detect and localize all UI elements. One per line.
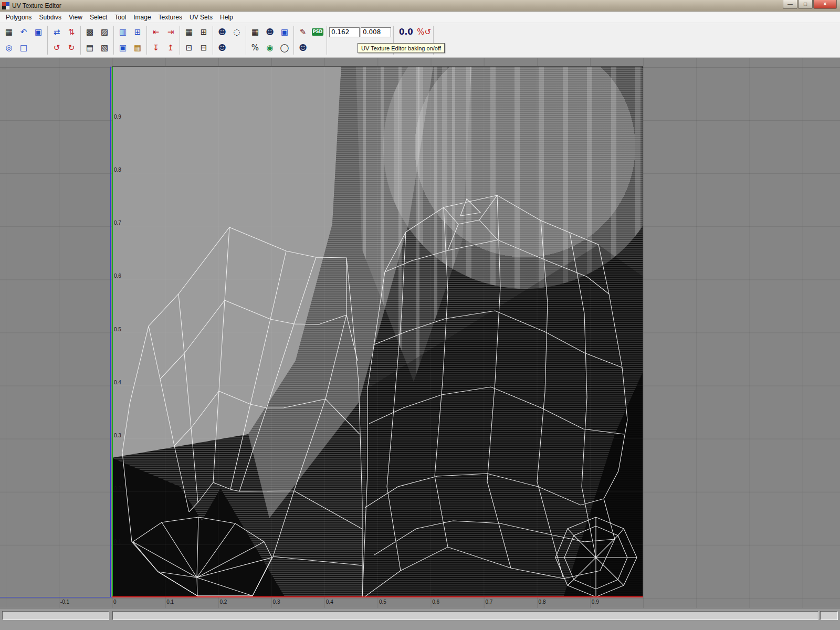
toolbar-group-5: ⇤⇥↧↥ — [148, 24, 178, 56]
menu-view[interactable]: View — [65, 12, 86, 23]
x-tick-label: 0.7 — [485, 599, 492, 605]
uv-canvas[interactable] — [112, 67, 643, 597]
y-tick-label: 0.7 — [114, 220, 121, 226]
y-tick-label: 0.4 — [114, 380, 121, 385]
toolbar-group-2: ⇄⇅↺↻ — [49, 24, 79, 56]
background-time-slider[interactable] — [112, 611, 818, 620]
toolbar-separator — [180, 26, 180, 55]
v-axis-line — [112, 67, 113, 597]
unit-line-vertical — [110, 67, 111, 597]
move-uv-shell-icon[interactable]: □ — [17, 41, 30, 55]
y-tick-label: 0.6 — [114, 273, 121, 279]
toolbar-group-6: ▦⊞⊡⊟ — [181, 24, 212, 56]
align-min-v-icon[interactable]: ↧ — [149, 41, 163, 55]
grid-add-icon[interactable]: ⊞ — [197, 25, 211, 39]
alpha-channel-icon[interactable]: ◯ — [278, 41, 291, 55]
grid-dot-icon[interactable]: ⊡ — [182, 41, 196, 55]
menu-tool[interactable]: Tool — [111, 12, 130, 23]
display-image-icon[interactable]: ☻ — [215, 25, 229, 39]
x-tick-label: 0.9 — [592, 599, 599, 605]
align-max-v-icon[interactable]: ↥ — [164, 41, 177, 55]
shade-uvs-icon[interactable]: ▣ — [278, 25, 291, 39]
rotate-cw-icon[interactable]: ↻ — [65, 41, 78, 55]
toolbar-separator — [246, 26, 246, 55]
y-tick-label: 0.1 — [114, 539, 121, 544]
x-tick-label: 0.2 — [219, 599, 227, 605]
menu-bar: PolygonsSubdivsViewSelectToolImageTextur… — [0, 12, 840, 23]
toolbar-separator — [146, 26, 147, 55]
y-tick-label: 0.3 — [114, 433, 121, 438]
title-bar[interactable]: UV Texture Editor —□× — [0, 0, 840, 12]
uv-grid-area[interactable]: -0.100.10.20.30.40.50.60.70.80.9 0.90.80… — [0, 58, 840, 608]
cycle-uvs-icon[interactable]: ▣ — [116, 41, 130, 55]
close-button[interactable]: × — [813, 0, 837, 9]
refresh-image-icon[interactable]: ☻ — [296, 41, 310, 55]
uv-wireframe — [112, 67, 643, 597]
layout-uvs-icon[interactable]: ▣ — [32, 25, 45, 39]
background-bottom-strip — [0, 608, 840, 630]
menu-image[interactable]: Image — [130, 12, 154, 23]
menu-help[interactable]: Help — [216, 12, 237, 23]
align-min-u-icon[interactable]: ⇤ — [149, 25, 163, 39]
x-axis-labels: -0.100.10.20.30.40.50.60.70.80.9 — [112, 599, 643, 606]
x-tick-label: 0.1 — [166, 599, 174, 605]
move-and-sew-icon[interactable]: ▧ — [98, 41, 111, 55]
v-coordinate-field[interactable] — [361, 27, 391, 37]
u-coordinate-field[interactable] — [329, 27, 360, 37]
y-tick-label: 0.8 — [114, 167, 121, 173]
y-tick-label: 0.2 — [114, 486, 121, 491]
menu-select[interactable]: Select — [86, 12, 111, 23]
grid-remove-icon[interactable]: ⊟ — [197, 41, 211, 55]
uv-shell-left — [122, 227, 362, 597]
display-percent-icon[interactable]: % — [248, 41, 262, 55]
copy-uvs-icon[interactable]: ▥ — [116, 25, 130, 39]
paste-uvs-icon[interactable]: ⊞ — [131, 25, 144, 39]
window-controls: —□× — [782, 0, 837, 9]
toolbar-group-4: ▥⊞▣▦ — [115, 24, 145, 56]
window-icon — [2, 2, 9, 9]
bake-texture-icon[interactable]: ✎ — [296, 25, 310, 39]
y-tick-label: 0.9 — [114, 114, 121, 120]
menu-subdivs[interactable]: Subdivs — [35, 12, 65, 23]
background-range-slider[interactable] — [2, 611, 109, 620]
flip-u-icon[interactable]: ⇄ — [50, 25, 64, 39]
rotation-angle-value: 0.0 — [396, 27, 416, 37]
align-max-u-icon[interactable]: ⇥ — [164, 25, 177, 39]
u-axis-line — [112, 596, 643, 597]
x-tick-label: 0 — [113, 599, 117, 605]
toolbar-group-3: ▩▨▤▧ — [82, 24, 112, 56]
x-tick-label: 0.5 — [379, 599, 386, 605]
cut-uv-edges-icon[interactable]: ▩ — [83, 25, 97, 39]
pixel-snap-icon[interactable]: ☻ — [263, 25, 277, 39]
flip-selected-icon[interactable]: ↶ — [17, 25, 30, 39]
toolbar-separator — [327, 26, 327, 55]
toolbar-group-8: ▦☻▣%◉◯ — [247, 24, 292, 56]
checker-map-icon[interactable]: ▦ — [2, 25, 16, 39]
window-title: UV Texture Editor — [12, 2, 61, 9]
split-uvs-icon[interactable]: ▨ — [98, 25, 111, 39]
y-tick-label: 0.5 — [114, 327, 121, 332]
refresh-percent-icon[interactable]: %↺ — [417, 25, 431, 39]
toolbar-separator — [213, 26, 213, 55]
grid-layout-icon[interactable]: ▦ — [182, 25, 196, 39]
toolbar-separator — [113, 26, 114, 55]
image-range-icon[interactable]: ◌ — [230, 25, 244, 39]
menu-textures[interactable]: Textures — [155, 12, 186, 23]
menu-uv-sets[interactable]: UV Sets — [186, 12, 216, 23]
update-psd-icon[interactable]: PSD — [311, 25, 324, 39]
paste-uv-values-icon[interactable]: ▦ — [131, 41, 144, 55]
sew-uv-edges-icon[interactable]: ▤ — [83, 41, 97, 55]
background-end-box[interactable] — [820, 611, 838, 620]
flip-v-icon[interactable]: ⇅ — [65, 25, 78, 39]
minimize-button[interactable]: — — [783, 0, 797, 9]
menu-polygons[interactable]: Polygons — [2, 12, 35, 23]
zoom-selection-icon[interactable]: ◎ — [2, 41, 16, 55]
toggle-grid-icon[interactable]: ▦ — [248, 25, 262, 39]
rotate-ccw-icon[interactable]: ↺ — [50, 41, 64, 55]
maximize-button[interactable]: □ — [798, 0, 813, 9]
canvas-top-border — [112, 66, 643, 67]
x-tick-label: 0.4 — [326, 599, 333, 605]
rgb-channels-icon[interactable]: ◉ — [263, 41, 277, 55]
toolbar-group-7: ☻◌☻ — [214, 24, 245, 56]
filtered-image-icon[interactable]: ☻ — [215, 41, 229, 55]
